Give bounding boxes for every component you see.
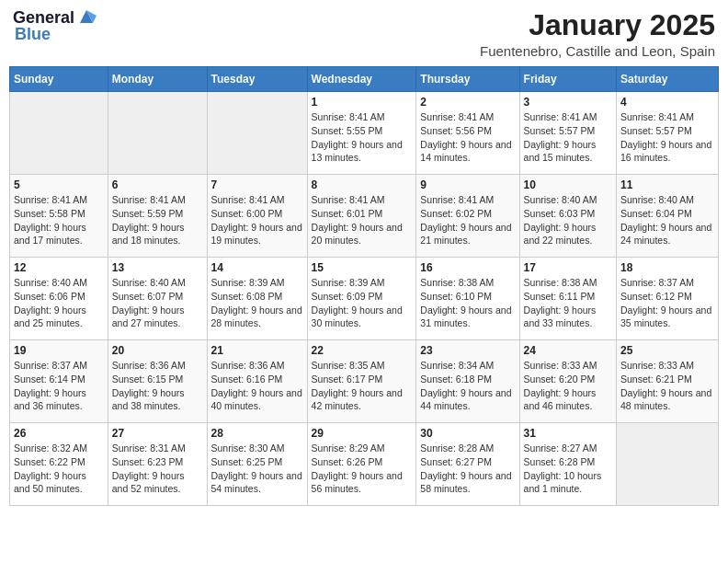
day-number: 1	[312, 96, 413, 109]
calendar-day-25: 25Sunrise: 8:33 AMSunset: 6:21 PMDayligh…	[617, 340, 719, 423]
day-info: Sunrise: 8:40 AMSunset: 6:04 PMDaylight:…	[620, 193, 714, 247]
calendar-week-row: 5Sunrise: 8:41 AMSunset: 5:58 PMDaylight…	[10, 175, 719, 258]
day-number: 21	[211, 344, 303, 357]
calendar-day-24: 24Sunrise: 8:33 AMSunset: 6:20 PMDayligh…	[519, 340, 616, 423]
calendar-day-17: 17Sunrise: 8:38 AMSunset: 6:11 PMDayligh…	[519, 258, 616, 340]
calendar-empty-cell	[108, 92, 207, 175]
day-number: 9	[420, 178, 515, 191]
page-header: General Blue January 2025 Fuentenebro, C…	[9, 9, 719, 59]
calendar-weekday-wednesday: Wednesday	[307, 67, 416, 92]
title-block: January 2025 Fuentenebro, Castille and L…	[480, 9, 715, 59]
day-number: 6	[112, 178, 203, 191]
calendar-day-2: 2Sunrise: 8:41 AMSunset: 5:56 PMDaylight…	[416, 92, 519, 175]
calendar-day-9: 9Sunrise: 8:41 AMSunset: 6:02 PMDaylight…	[416, 175, 519, 258]
day-info: Sunrise: 8:36 AMSunset: 6:16 PMDaylight:…	[211, 359, 303, 413]
calendar-day-23: 23Sunrise: 8:34 AMSunset: 6:18 PMDayligh…	[416, 340, 519, 423]
calendar-day-21: 21Sunrise: 8:36 AMSunset: 6:16 PMDayligh…	[207, 340, 307, 423]
calendar-header-row: SundayMondayTuesdayWednesdayThursdayFrid…	[10, 67, 719, 92]
day-info: Sunrise: 8:36 AMSunset: 6:15 PMDaylight:…	[112, 359, 203, 413]
calendar-day-1: 1Sunrise: 8:41 AMSunset: 5:55 PMDaylight…	[307, 92, 416, 175]
day-number: 17	[524, 261, 612, 274]
day-info: Sunrise: 8:27 AMSunset: 6:28 PMDaylight:…	[524, 442, 612, 496]
day-number: 5	[14, 178, 104, 191]
calendar-weekday-tuesday: Tuesday	[207, 67, 307, 92]
page-wrapper: General Blue January 2025 Fuentenebro, C…	[9, 9, 719, 506]
day-info: Sunrise: 8:41 AMSunset: 5:55 PMDaylight:…	[312, 110, 413, 165]
day-info: Sunrise: 8:40 AMSunset: 6:03 PMDaylight:…	[524, 193, 612, 247]
day-number: 30	[420, 427, 515, 440]
day-number: 13	[112, 261, 203, 274]
day-info: Sunrise: 8:31 AMSunset: 6:23 PMDaylight:…	[112, 442, 203, 496]
calendar-day-30: 30Sunrise: 8:28 AMSunset: 6:27 PMDayligh…	[416, 423, 519, 506]
day-info: Sunrise: 8:41 AMSunset: 6:01 PMDaylight:…	[312, 193, 413, 247]
day-number: 23	[420, 344, 515, 357]
day-info: Sunrise: 8:40 AMSunset: 6:06 PMDaylight:…	[14, 276, 104, 330]
calendar-weekday-saturday: Saturday	[617, 67, 719, 92]
calendar-day-20: 20Sunrise: 8:36 AMSunset: 6:15 PMDayligh…	[108, 340, 207, 423]
day-info: Sunrise: 8:39 AMSunset: 6:09 PMDaylight:…	[312, 276, 413, 330]
calendar-day-26: 26Sunrise: 8:32 AMSunset: 6:22 PMDayligh…	[10, 423, 108, 506]
calendar-week-row: 1Sunrise: 8:41 AMSunset: 5:55 PMDaylight…	[10, 92, 719, 175]
day-number: 14	[211, 261, 303, 274]
calendar-day-14: 14Sunrise: 8:39 AMSunset: 6:08 PMDayligh…	[207, 258, 307, 340]
calendar-weekday-sunday: Sunday	[10, 67, 108, 92]
logo-icon	[76, 6, 97, 27]
calendar-day-22: 22Sunrise: 8:35 AMSunset: 6:17 PMDayligh…	[307, 340, 416, 423]
main-title: January 2025	[480, 9, 715, 41]
day-info: Sunrise: 8:41 AMSunset: 5:58 PMDaylight:…	[14, 193, 104, 247]
day-number: 2	[420, 96, 515, 109]
day-number: 3	[524, 96, 612, 109]
calendar-day-8: 8Sunrise: 8:41 AMSunset: 6:01 PMDaylight…	[307, 175, 416, 258]
day-number: 7	[211, 178, 303, 191]
subtitle: Fuentenebro, Castille and Leon, Spain	[480, 43, 715, 59]
day-number: 12	[14, 261, 104, 274]
calendar-day-16: 16Sunrise: 8:38 AMSunset: 6:10 PMDayligh…	[416, 258, 519, 340]
day-info: Sunrise: 8:41 AMSunset: 6:02 PMDaylight:…	[420, 193, 515, 247]
calendar-day-28: 28Sunrise: 8:30 AMSunset: 6:25 PMDayligh…	[207, 423, 307, 506]
calendar-day-13: 13Sunrise: 8:40 AMSunset: 6:07 PMDayligh…	[108, 258, 207, 340]
day-number: 31	[524, 427, 612, 440]
calendar-week-row: 26Sunrise: 8:32 AMSunset: 6:22 PMDayligh…	[10, 423, 719, 506]
day-info: Sunrise: 8:39 AMSunset: 6:08 PMDaylight:…	[211, 276, 303, 330]
calendar-day-15: 15Sunrise: 8:39 AMSunset: 6:09 PMDayligh…	[307, 258, 416, 340]
calendar-week-row: 12Sunrise: 8:40 AMSunset: 6:06 PMDayligh…	[10, 258, 719, 340]
calendar-day-7: 7Sunrise: 8:41 AMSunset: 6:00 PMDaylight…	[207, 175, 307, 258]
day-number: 8	[312, 178, 413, 191]
calendar-day-19: 19Sunrise: 8:37 AMSunset: 6:14 PMDayligh…	[10, 340, 108, 423]
calendar-day-10: 10Sunrise: 8:40 AMSunset: 6:03 PMDayligh…	[519, 175, 616, 258]
day-info: Sunrise: 8:38 AMSunset: 6:11 PMDaylight:…	[524, 276, 612, 330]
day-info: Sunrise: 8:28 AMSunset: 6:27 PMDaylight:…	[420, 442, 515, 496]
day-info: Sunrise: 8:40 AMSunset: 6:07 PMDaylight:…	[112, 276, 203, 330]
calendar-day-18: 18Sunrise: 8:37 AMSunset: 6:12 PMDayligh…	[617, 258, 719, 340]
calendar-day-5: 5Sunrise: 8:41 AMSunset: 5:58 PMDaylight…	[10, 175, 108, 258]
day-info: Sunrise: 8:35 AMSunset: 6:17 PMDaylight:…	[312, 359, 413, 413]
logo-text-blue: Blue	[15, 26, 51, 44]
calendar-day-31: 31Sunrise: 8:27 AMSunset: 6:28 PMDayligh…	[519, 423, 616, 506]
day-number: 28	[211, 427, 303, 440]
calendar-table: SundayMondayTuesdayWednesdayThursdayFrid…	[9, 66, 719, 506]
day-number: 29	[312, 427, 413, 440]
calendar-empty-cell	[10, 92, 108, 175]
day-info: Sunrise: 8:37 AMSunset: 6:14 PMDaylight:…	[14, 359, 104, 413]
day-info: Sunrise: 8:33 AMSunset: 6:21 PMDaylight:…	[620, 359, 714, 413]
day-number: 15	[312, 261, 413, 274]
day-number: 24	[524, 344, 612, 357]
day-number: 19	[14, 344, 104, 357]
calendar-day-27: 27Sunrise: 8:31 AMSunset: 6:23 PMDayligh…	[108, 423, 207, 506]
calendar-day-12: 12Sunrise: 8:40 AMSunset: 6:06 PMDayligh…	[10, 258, 108, 340]
day-number: 16	[420, 261, 515, 274]
calendar-weekday-thursday: Thursday	[416, 67, 519, 92]
day-number: 25	[620, 344, 714, 357]
day-info: Sunrise: 8:29 AMSunset: 6:26 PMDaylight:…	[312, 442, 413, 496]
day-info: Sunrise: 8:30 AMSunset: 6:25 PMDaylight:…	[211, 442, 303, 496]
calendar-day-29: 29Sunrise: 8:29 AMSunset: 6:26 PMDayligh…	[307, 423, 416, 506]
day-info: Sunrise: 8:32 AMSunset: 6:22 PMDaylight:…	[14, 442, 104, 496]
logo: General Blue	[13, 9, 97, 44]
calendar-week-row: 19Sunrise: 8:37 AMSunset: 6:14 PMDayligh…	[10, 340, 719, 423]
day-number: 20	[112, 344, 203, 357]
calendar-empty-cell	[207, 92, 307, 175]
day-number: 10	[524, 178, 612, 191]
day-info: Sunrise: 8:41 AMSunset: 5:56 PMDaylight:…	[420, 110, 515, 165]
day-info: Sunrise: 8:41 AMSunset: 6:00 PMDaylight:…	[211, 193, 303, 247]
day-number: 27	[112, 427, 203, 440]
